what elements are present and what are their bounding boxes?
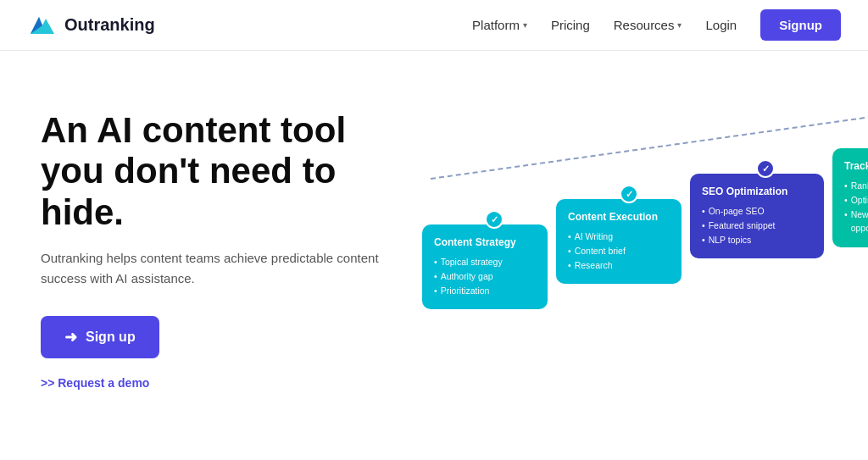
logo-text: Outranking bbox=[64, 15, 155, 35]
list-item: Content brief bbox=[568, 244, 670, 258]
demo-link[interactable]: Request a demo bbox=[41, 376, 149, 390]
hero-signup-button[interactable]: ➜ Sign up bbox=[41, 316, 159, 358]
nav-login[interactable]: Login bbox=[705, 18, 737, 32]
diagram-dashed-line bbox=[431, 114, 868, 180]
list-item: Featured snippet bbox=[702, 219, 812, 233]
nav-pricing[interactable]: Pricing bbox=[551, 18, 590, 32]
nav-links: Platform ▾ Pricing Resources ▾ Login Sig… bbox=[472, 9, 841, 41]
logo[interactable]: Outranking bbox=[27, 10, 155, 41]
list-item: On-page SEO bbox=[702, 204, 812, 219]
list-item: New content opportunities bbox=[844, 208, 868, 236]
check-seo: ✓ bbox=[756, 159, 775, 178]
list-item: Prioritization bbox=[434, 284, 536, 298]
card-strategy-items: Topical strategy Authority gap Prioritiz… bbox=[434, 255, 536, 297]
navbar: Outranking Platform ▾ Pricing Resources … bbox=[0, 0, 868, 51]
nav-signup-button[interactable]: Signup bbox=[760, 9, 841, 41]
list-item: AI Writing bbox=[568, 230, 670, 244]
card-track-items: Rank tracking Optimization briefs New co… bbox=[844, 179, 868, 236]
card-execution-items: AI Writing Content brief Research bbox=[568, 230, 670, 272]
hero-left: An AI content tool you don't need to hid… bbox=[41, 102, 380, 391]
hero-subtext: Outranking helps content teams achieve p… bbox=[41, 248, 380, 289]
card-strategy-title: Content Strategy bbox=[434, 236, 536, 248]
platform-chevron-icon: ▾ bbox=[523, 20, 527, 30]
list-item: Optimization briefs bbox=[844, 193, 868, 208]
check-strategy: ✓ bbox=[485, 210, 504, 229]
list-item: Authority gap bbox=[434, 269, 536, 284]
diagram-area: ✓ ✓ ✓ ✓ Content Strategy Topical strateg… bbox=[414, 93, 827, 415]
logo-icon bbox=[27, 10, 58, 41]
card-seo-items: On-page SEO Featured snippet NLP topics bbox=[702, 204, 812, 247]
signup-arrow-icon: ➜ bbox=[64, 328, 77, 346]
check-execution: ✓ bbox=[620, 185, 638, 203]
card-seo-optimization: SEO Optimization On-page SEO Featured sn… bbox=[690, 174, 824, 258]
card-track-title: Track & Improve bbox=[844, 160, 868, 172]
nav-platform[interactable]: Platform ▾ bbox=[472, 18, 527, 32]
list-item: Research bbox=[568, 258, 670, 273]
card-seo-title: SEO Optimization bbox=[702, 186, 812, 197]
hero-heading: An AI content tool you don't need to hid… bbox=[41, 110, 380, 233]
hero-section: An AI content tool you don't need to hid… bbox=[0, 51, 868, 460]
list-item: Topical strategy bbox=[434, 255, 536, 269]
card-track-improve: Track & Improve Rank tracking Optimizati… bbox=[832, 148, 868, 247]
card-execution-title: Content Execution bbox=[568, 211, 670, 223]
list-item: Rank tracking bbox=[844, 179, 868, 193]
card-content-execution: Content Execution AI Writing Content bri… bbox=[556, 199, 682, 284]
list-item: NLP topics bbox=[702, 233, 812, 247]
nav-resources[interactable]: Resources ▾ bbox=[614, 18, 682, 32]
resources-chevron-icon: ▾ bbox=[677, 20, 682, 30]
card-content-strategy: Content Strategy Topical strategy Author… bbox=[422, 224, 548, 309]
